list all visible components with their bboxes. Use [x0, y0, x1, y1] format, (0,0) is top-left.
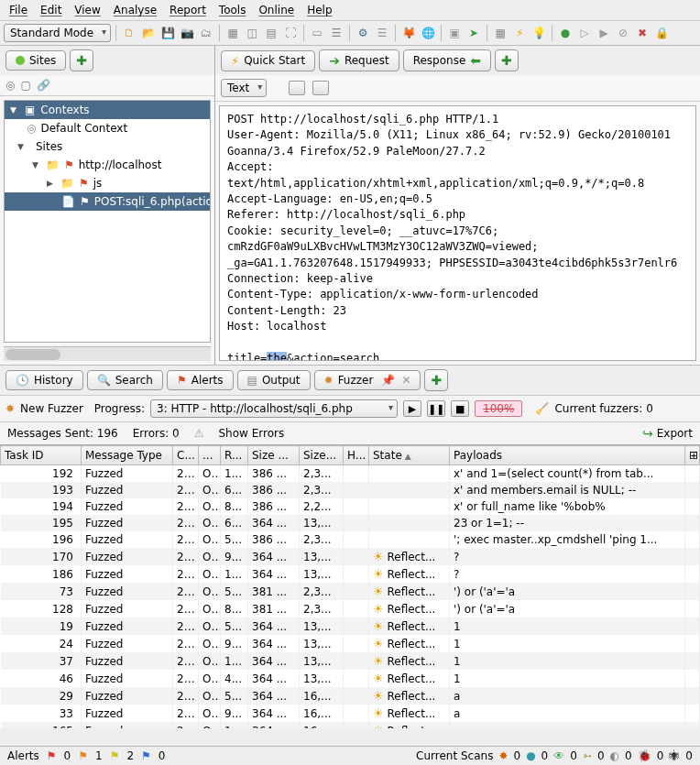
table-row[interactable]: 196Fuzzed2...OK5...386 ...2,3...'; exec …: [1, 531, 700, 548]
tab-fuzzer[interactable]: ✸Fuzzer📌✕: [314, 370, 421, 390]
tab-quickstart[interactable]: ⚡Quick Start: [221, 50, 315, 71]
forced-icon[interactable]: 🔒: [653, 25, 670, 41]
fuzzer-table[interactable]: Task ID Message Type C... ... R... Size …: [0, 444, 700, 728]
table-row[interactable]: 19Fuzzed2...OK5...364 ...13,...☀ Reflect…: [1, 617, 700, 635]
save-icon[interactable]: 💾: [159, 25, 176, 41]
tab-add-right[interactable]: ✚: [495, 49, 519, 71]
default-context[interactable]: ◎ Default Context: [5, 119, 210, 137]
menu-view[interactable]: View: [69, 2, 105, 18]
progress-select[interactable]: 3: HTTP - http://localhost/sqli_6.php: [150, 399, 398, 418]
gear-icon[interactable]: ⚙: [355, 25, 371, 41]
session-icon[interactable]: 🗂: [198, 25, 214, 41]
table-row[interactable]: 37Fuzzed2...OK1...364 ...13,...☀ Reflect…: [1, 652, 700, 670]
layout3-icon[interactable]: ▤: [263, 25, 279, 41]
table-row[interactable]: 29Fuzzed2...OK5...364 ...16,...☀ Reflect…: [1, 687, 700, 705]
tab-search[interactable]: 🔍Search: [87, 370, 163, 390]
browser-icon[interactable]: 🦊: [400, 25, 417, 41]
menu-tools[interactable]: Tools: [213, 2, 252, 18]
link-icon[interactable]: 🔗: [37, 79, 50, 92]
sites-root[interactable]: ▼ Sites: [5, 137, 210, 156]
table-row[interactable]: 165Fuzzed2...OK1...364 ...16,...☀ Reflec…: [1, 722, 700, 728]
bulb-icon[interactable]: 💡: [530, 25, 547, 41]
layout2-icon[interactable]: ◫: [244, 25, 260, 41]
tab-alerts[interactable]: ⚑Alerts: [167, 370, 234, 390]
record-icon[interactable]: ●: [557, 25, 574, 41]
layout1-icon[interactable]: ▦: [224, 25, 241, 41]
script-icon[interactable]: ⚡: [511, 25, 528, 41]
col-msgtype[interactable]: Message Type: [82, 446, 173, 465]
tab-response[interactable]: Response⬅: [403, 49, 491, 71]
step-icon[interactable]: ▷: [576, 25, 593, 41]
host-item[interactable]: ▼📁⚑ http://localhost: [5, 156, 210, 174]
tabs2-icon[interactable]: ☰: [328, 25, 345, 41]
export-button[interactable]: Export: [657, 427, 693, 440]
col-size2[interactable]: Size...: [300, 446, 344, 465]
play-button[interactable]: ▶: [403, 400, 421, 417]
new-fuzzer-button[interactable]: New Fuzzer: [20, 402, 83, 415]
col-state[interactable]: State: [369, 446, 450, 465]
post-item[interactable]: 📄⚑ POST:sqli_6.php(actio: [5, 192, 210, 211]
menu-analyse[interactable]: Analyse: [108, 2, 162, 18]
window-icon[interactable]: ▢: [20, 79, 30, 92]
table-row[interactable]: 73Fuzzed2...OK5...381 ...2,3...☀ Reflect…: [1, 583, 700, 600]
tab-history[interactable]: 🕓History: [5, 370, 83, 390]
col-settings[interactable]: ⊞: [685, 446, 700, 465]
table-row[interactable]: 170Fuzzed2...OK9...364 ...13,...☀ Reflec…: [1, 548, 700, 565]
col-r[interactable]: R...: [221, 446, 248, 465]
stop-icon[interactable]: ⊘: [615, 25, 631, 41]
table-row[interactable]: 194Fuzzed2...OK8...386 ...2,2...x' or fu…: [1, 498, 700, 515]
view-select[interactable]: Text: [221, 79, 267, 97]
tab-output[interactable]: ▤Output: [237, 370, 311, 390]
addon-icon[interactable]: ▦: [492, 25, 509, 41]
table-row[interactable]: 33Fuzzed2...OK9...364 ...16,...☀ Reflect…: [1, 705, 700, 722]
target-icon[interactable]: ◎: [5, 79, 15, 92]
table-row[interactable]: 186Fuzzed2...OK1...364 ...13,...☀ Reflec…: [1, 565, 700, 583]
stop-button[interactable]: ■: [451, 400, 469, 417]
play-icon[interactable]: ▶: [596, 25, 612, 41]
options-icon[interactable]: ☰: [374, 25, 390, 41]
col-dots[interactable]: ...: [199, 446, 221, 465]
snapshot-icon[interactable]: 📷: [179, 25, 195, 41]
menu-file[interactable]: File: [4, 2, 33, 18]
broom-icon[interactable]: 🧹: [535, 402, 549, 415]
col-h[interactable]: H...: [344, 446, 369, 465]
menu-help[interactable]: Help: [301, 2, 337, 18]
open-icon[interactable]: 📂: [140, 25, 157, 41]
send-icon[interactable]: ➤: [465, 25, 482, 41]
table-row[interactable]: 128Fuzzed2...OK8...381 ...2,3...☀ Reflec…: [1, 600, 700, 617]
mode-select[interactable]: Standard Mode: [4, 24, 111, 42]
pause-button[interactable]: ❚❚: [427, 400, 445, 417]
table-row[interactable]: 195Fuzzed2...OK6...364 ...13,...23 or 1=…: [1, 515, 700, 531]
tabs1-icon[interactable]: ▭: [309, 25, 325, 41]
contexts-header[interactable]: ▼▣ Contexts: [5, 101, 210, 119]
tab-add-bottom[interactable]: ✚: [424, 369, 448, 391]
tab-request[interactable]: ➔Request: [319, 49, 399, 71]
show-errors[interactable]: Show Errors: [219, 427, 285, 440]
request-body[interactable]: POST http://localhost/sqli_6.php HTTP/1.…: [219, 105, 696, 361]
split2-icon[interactable]: [312, 81, 329, 95]
tab-add[interactable]: ✚: [70, 49, 93, 71]
delete-icon[interactable]: ✖: [634, 25, 651, 41]
pin-icon[interactable]: 📌: [381, 374, 395, 387]
expand-icon[interactable]: ⛶: [282, 25, 299, 41]
break-icon[interactable]: ▣: [446, 25, 463, 41]
chrome-icon[interactable]: 🌐: [420, 25, 436, 41]
table-row[interactable]: 24Fuzzed2...OK9...364 ...13,...☀ Reflect…: [1, 635, 700, 652]
js-folder[interactable]: ▶📁⚑ js: [5, 174, 210, 192]
split1-icon[interactable]: [289, 81, 305, 95]
sites-tree[interactable]: ▼▣ Contexts ◎ Default Context ▼ Sites ▼📁…: [4, 100, 211, 343]
close-icon[interactable]: ✕: [401, 374, 410, 387]
col-taskid[interactable]: Task ID: [1, 446, 82, 465]
col-size1[interactable]: Size ...: [248, 446, 300, 465]
menu-report[interactable]: Report: [164, 2, 212, 18]
menu-edit[interactable]: Edit: [35, 2, 67, 18]
new-icon[interactable]: 🗋: [121, 25, 137, 41]
tree-scrollbar[interactable]: [4, 346, 211, 361]
table-row[interactable]: 46Fuzzed2...OK4...364 ...13,...☀ Reflect…: [1, 670, 700, 687]
col-payloads[interactable]: Payloads: [450, 446, 685, 465]
menu-online[interactable]: Online: [253, 2, 300, 18]
col-c[interactable]: C...: [173, 446, 199, 465]
table-row[interactable]: 192Fuzzed2...OK1...386 ...2,3...x' and 1…: [1, 465, 700, 483]
table-row[interactable]: 193Fuzzed2...OK6...386 ...2,3...x' and m…: [1, 482, 700, 498]
tab-sites[interactable]: Sites: [5, 50, 66, 71]
